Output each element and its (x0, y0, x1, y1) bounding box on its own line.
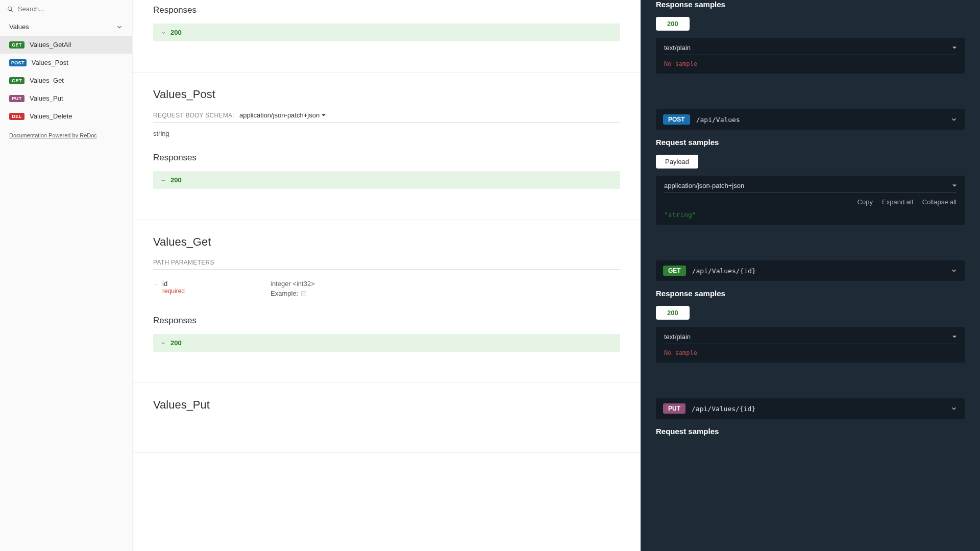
param-example-value (301, 291, 306, 296)
no-sample-text: No sample (664, 60, 957, 67)
content-type-value: text/plain (664, 44, 691, 52)
schema-type: string (153, 130, 620, 137)
response-200-toggle[interactable]: 200 (153, 23, 620, 41)
param-name: id (162, 280, 185, 288)
response-200-toggle[interactable]: 200 (153, 171, 620, 189)
endpoint-bar-put[interactable]: PUT /api/Values/{id} (656, 398, 965, 419)
response-samples-heading: Response samples (656, 0, 965, 9)
content-type-value: application/json-patch+json (664, 182, 744, 189)
sidebar-item-values-post[interactable]: POST Values_Post (0, 54, 132, 71)
content-type-selector[interactable]: application/json-patch+json (239, 111, 326, 119)
content-type-value: text/plain (664, 333, 691, 341)
method-badge-get: GET (663, 266, 686, 276)
request-sample-block-put: PUT /api/Values/{id} Request samples (656, 388, 965, 469)
request-samples-heading: Request samples (656, 427, 965, 436)
sidebar: Values GET Values_GetAll POST Values_Pos… (0, 0, 133, 551)
expand-all-button[interactable]: Expand all (882, 198, 913, 206)
endpoint-bar-get[interactable]: GET /api/Values/{id} (656, 260, 965, 281)
responses-heading: Responses (153, 316, 620, 326)
sidebar-item-values-put[interactable]: PUT Values_Put (0, 89, 132, 107)
response-sample-block-getall: Response samples 200 text/plain No sampl… (656, 0, 965, 99)
content-type-value: application/json-patch+json (239, 111, 320, 119)
samples-panel: Response samples 200 text/plain No sampl… (641, 0, 980, 551)
search-icon (7, 6, 14, 13)
method-badge-put: PUT (663, 403, 685, 414)
endpoint-path: /api/Values/{id} (692, 405, 944, 413)
response-sample-block-get: GET /api/Values/{id} Response samples 20… (656, 250, 965, 388)
sidebar-group-label: Values (9, 23, 29, 31)
response-code: 200 (170, 176, 182, 184)
content-type-selector[interactable]: text/plain (664, 333, 957, 344)
method-badge-put: PUT (9, 95, 24, 102)
search-field[interactable] (0, 0, 132, 18)
no-sample-text: No sample (664, 349, 957, 356)
param-type: integer <int32> (271, 280, 315, 288)
response-samples-heading: Response samples (656, 289, 965, 298)
powered-by-link[interactable]: Documentation Powered by ReDoc (0, 125, 132, 146)
sample-box: text/plain No sample (656, 38, 965, 74)
content-type-selector[interactable]: application/json-patch+json (664, 182, 957, 193)
code-actions: Copy Expand all Collapse all (664, 198, 957, 206)
operation-section-get: Values_Get PATH PARAMETERS id required i… (133, 220, 641, 383)
param-required: required (162, 288, 185, 295)
caret-down-icon (322, 113, 326, 117)
minus-icon (160, 177, 166, 183)
caret-down-icon (952, 46, 957, 50)
operation-section-post: Values_Post REQUEST BODY SCHEMA: applica… (133, 73, 641, 220)
method-badge-del: DEL (9, 113, 24, 120)
request-body-schema-row: REQUEST BODY SCHEMA: application/json-pa… (153, 111, 620, 123)
response-code: 200 (170, 29, 182, 36)
sidebar-item-label: Values_GetAll (30, 41, 71, 49)
method-badge-post: POST (663, 114, 690, 125)
operation-title: Values_Post (153, 88, 620, 101)
path-parameters-heading: PATH PARAMETERS (153, 259, 620, 270)
response-code: 200 (170, 339, 182, 347)
sidebar-item-values-get[interactable]: GET Values_Get (0, 71, 132, 89)
chevron-down-icon (950, 405, 958, 412)
payload-tab[interactable]: Payload (656, 155, 698, 169)
operation-title: Values_Get (153, 235, 620, 249)
request-samples-heading: Request samples (656, 138, 965, 147)
sidebar-group-values[interactable]: Values (0, 18, 132, 36)
sample-box: application/json-patch+json Copy Expand … (656, 176, 965, 225)
collapse-all-button[interactable]: Collapse all (922, 198, 957, 206)
sidebar-item-label: Values_Get (30, 77, 64, 84)
request-sample-block-post: POST /api/Values Request samples Payload… (656, 99, 965, 250)
sidebar-item-label: Values_Delete (30, 112, 72, 120)
sidebar-item-label: Values_Put (30, 94, 63, 102)
endpoint-path: /api/Values (696, 116, 944, 124)
operation-section-getall: Responses 200 (133, 0, 641, 73)
sidebar-item-values-delete[interactable]: DEL Values_Delete (0, 107, 132, 125)
method-badge-post: POST (9, 59, 27, 66)
operation-section-put: Values_Put (133, 383, 641, 453)
sample-body: "string" (664, 211, 957, 219)
responses-heading: Responses (153, 5, 620, 15)
caret-down-icon (952, 335, 957, 339)
arrow-icon (153, 282, 158, 287)
chevron-down-icon (950, 267, 958, 274)
search-input[interactable] (18, 5, 125, 13)
chevron-down-icon (950, 116, 958, 123)
status-tab-200[interactable]: 200 (656, 17, 690, 31)
request-body-schema-label: REQUEST BODY SCHEMA: (153, 112, 234, 119)
response-200-toggle[interactable]: 200 (153, 334, 620, 352)
copy-button[interactable]: Copy (857, 198, 873, 206)
endpoint-path: /api/Values/{id} (692, 267, 944, 275)
sidebar-item-values-getall[interactable]: GET Values_GetAll (0, 36, 132, 54)
chevron-down-icon (160, 30, 166, 36)
content-type-selector[interactable]: text/plain (664, 44, 957, 55)
responses-heading: Responses (153, 153, 620, 163)
method-badge-get: GET (9, 41, 24, 49)
chevron-down-icon (160, 340, 166, 346)
main-content: Responses 200 Values_Post REQUEST BODY S… (133, 0, 641, 551)
method-badge-get: GET (9, 77, 24, 84)
caret-down-icon (952, 184, 957, 188)
chevron-down-icon (116, 23, 123, 31)
param-row-id: id required integer <int32> Example: (153, 277, 620, 300)
status-tab-200[interactable]: 200 (656, 306, 690, 320)
sample-box: text/plain No sample (656, 327, 965, 363)
operation-title: Values_Put (153, 398, 620, 412)
sidebar-item-label: Values_Post (32, 59, 68, 66)
param-example-label: Example: (271, 290, 298, 297)
endpoint-bar-post[interactable]: POST /api/Values (656, 109, 965, 130)
